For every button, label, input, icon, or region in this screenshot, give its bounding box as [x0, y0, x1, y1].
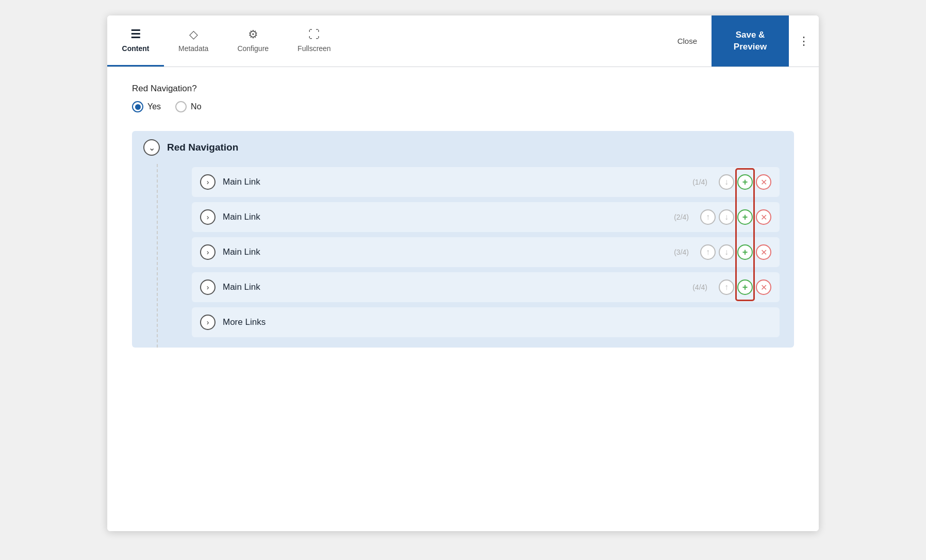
remove-item-3-button[interactable]: ✕ — [756, 244, 771, 260]
radio-group: Yes No — [132, 101, 794, 112]
nav-section-collapse-button[interactable]: ⌄ — [143, 139, 160, 156]
move-down-2-button[interactable]: ↓ — [719, 209, 734, 225]
add-icon: + — [742, 247, 748, 258]
remove-icon: ✕ — [760, 177, 767, 187]
arrow-down-icon: ↓ — [724, 248, 729, 257]
arrow-up-icon: ↑ — [724, 283, 729, 292]
link-label-2: Main Link — [223, 212, 260, 222]
arrow-down-icon: ↓ — [724, 177, 729, 187]
link-item-1: › Main Link (1/4) ↓ + — [192, 167, 780, 197]
expand-item-4-button[interactable]: › — [200, 279, 216, 295]
tab-metadata[interactable]: ◇ Metadata — [164, 15, 223, 67]
remove-item-4-button[interactable]: ✕ — [756, 279, 771, 295]
configure-icon: ⚙ — [248, 28, 258, 41]
fullscreen-icon: ⛶ — [308, 28, 320, 41]
arrow-up-icon: ↑ — [706, 248, 710, 257]
tab-fullscreen-label: Fullscreen — [297, 44, 331, 53]
move-up-2-button[interactable]: ↑ — [700, 209, 716, 225]
yes-radio-circle — [132, 101, 143, 112]
arrow-down-icon: ↓ — [724, 212, 729, 222]
arrow-right-icon: › — [207, 283, 209, 291]
content-icon: ☰ — [130, 28, 141, 41]
item-counter-4: (4/4) — [692, 283, 707, 291]
actions-group-3: ↑ ↓ + ✕ — [700, 244, 771, 260]
actions-group-4: ↑ + ✕ — [719, 279, 771, 295]
link-item-4: › Main Link (4/4) ↑ + — [192, 272, 780, 302]
content-area: Red Navigation? Yes No ⌄ Red Navigation — [107, 67, 819, 531]
remove-item-2-button[interactable]: ✕ — [756, 209, 771, 225]
tab-content-label: Content — [122, 44, 150, 53]
add-icon: + — [742, 212, 748, 223]
item-counter-1: (1/4) — [692, 178, 707, 186]
chevron-down-icon: ⌄ — [148, 143, 155, 153]
toolbar: ☰ Content ◇ Metadata ⚙ Configure ⛶ Fulls… — [107, 15, 819, 67]
add-item-2-button[interactable]: + — [737, 209, 753, 225]
add-item-3-button[interactable]: + — [737, 244, 753, 260]
actions-group-1: ↓ + ✕ — [719, 174, 771, 190]
items-container: › Main Link (1/4) ↓ + — [167, 164, 794, 348]
nav-section-title: Red Navigation — [167, 142, 238, 153]
add-item-4-button[interactable]: + — [737, 279, 753, 295]
yes-label: Yes — [147, 102, 161, 111]
arrow-right-icon: › — [207, 248, 209, 256]
nav-section: ⌄ Red Navigation › Main Link (1/4) — [132, 131, 794, 348]
more-links-label: More Links — [223, 317, 266, 327]
move-down-1-button[interactable]: ↓ — [719, 174, 734, 190]
more-links-item: › More Links — [192, 307, 780, 337]
arrow-right-icon: › — [207, 213, 209, 221]
more-icon: ⋮ — [798, 35, 809, 48]
tab-metadata-label: Metadata — [178, 44, 208, 53]
move-up-3-button[interactable]: ↑ — [700, 244, 716, 260]
metadata-icon: ◇ — [189, 28, 198, 41]
item-counter-2: (2/4) — [674, 213, 689, 221]
question-label: Red Navigation? — [132, 84, 794, 94]
remove-icon: ✕ — [760, 283, 767, 292]
close-button[interactable]: Close — [663, 15, 712, 67]
save-preview-button[interactable]: Save &Preview — [712, 15, 789, 67]
add-icon: + — [742, 282, 748, 293]
link-label-3: Main Link — [223, 247, 260, 257]
link-label-4: Main Link — [223, 282, 260, 292]
no-radio-circle — [175, 101, 187, 112]
move-down-3-button[interactable]: ↓ — [719, 244, 734, 260]
add-item-1-button[interactable]: + — [737, 174, 753, 190]
remove-item-1-button[interactable]: ✕ — [756, 174, 771, 190]
tab-content[interactable]: ☰ Content — [107, 15, 164, 67]
link-label-1: Main Link — [223, 177, 260, 187]
toolbar-spacer — [345, 15, 663, 67]
actions-group-2: ↑ ↓ + ✕ — [700, 209, 771, 225]
move-up-4-button[interactable]: ↑ — [719, 279, 734, 295]
tab-configure[interactable]: ⚙ Configure — [223, 15, 283, 67]
remove-icon: ✕ — [760, 248, 767, 257]
expand-item-3-button[interactable]: › — [200, 244, 216, 260]
item-counter-3: (3/4) — [674, 248, 689, 256]
no-label: No — [191, 102, 201, 111]
tab-fullscreen[interactable]: ⛶ Fullscreen — [283, 15, 345, 67]
expand-item-1-button[interactable]: › — [200, 174, 216, 190]
arrow-right-icon: › — [207, 318, 209, 326]
yes-radio[interactable]: Yes — [132, 101, 161, 112]
arrow-up-icon: ↑ — [706, 212, 710, 222]
tab-configure-label: Configure — [237, 44, 269, 53]
expand-item-2-button[interactable]: › — [200, 209, 216, 225]
indent-line — [157, 164, 167, 348]
link-item-2: › Main Link (2/4) ↑ ↓ — [192, 202, 780, 232]
remove-icon: ✕ — [760, 212, 767, 222]
arrow-right-icon: › — [207, 178, 209, 186]
expand-more-links-button[interactable]: › — [200, 315, 216, 330]
link-item-3: › Main Link (3/4) ↑ ↓ — [192, 237, 780, 267]
nav-section-header[interactable]: ⌄ Red Navigation — [132, 131, 794, 164]
add-icon: + — [742, 177, 748, 188]
no-radio[interactable]: No — [175, 101, 201, 112]
more-options-button[interactable]: ⋮ — [789, 15, 819, 67]
